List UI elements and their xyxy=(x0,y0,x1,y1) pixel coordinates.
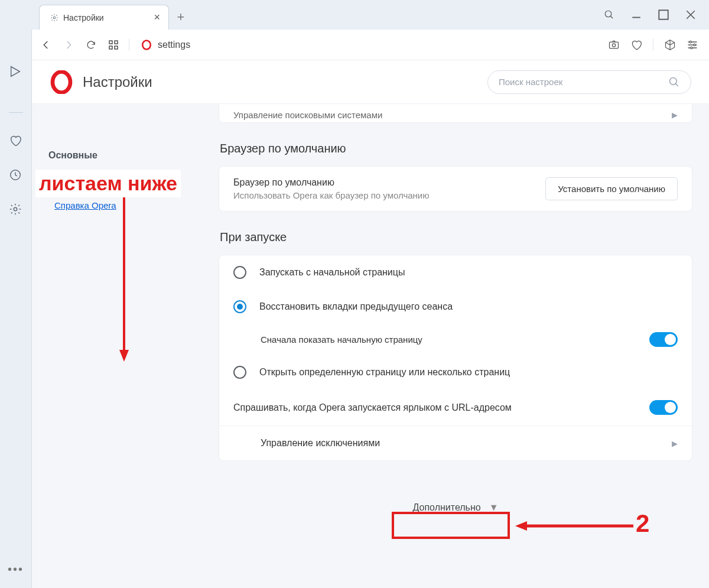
opt-label: Запускать с начальной страницы xyxy=(259,267,405,278)
window-minimize-icon[interactable] xyxy=(631,9,642,20)
radio-icon[interactable] xyxy=(233,266,246,279)
annotation-number-2: 2 xyxy=(636,509,649,538)
history-icon[interactable] xyxy=(9,168,23,181)
svg-marker-19 xyxy=(119,350,129,362)
more-icon[interactable]: ••• xyxy=(8,563,24,576)
startup-opt3[interactable]: Открыть определенную страницу или нескол… xyxy=(219,355,692,389)
nav-back-icon[interactable] xyxy=(39,38,53,52)
nav-forward-icon[interactable] xyxy=(61,38,76,52)
easy-setup-icon[interactable] xyxy=(687,39,698,51)
startup-opt1[interactable]: Запускать с начальной страницы xyxy=(219,255,692,290)
card-startup: Запускать с начальной страницы Восстанов… xyxy=(219,255,692,461)
manage-search-engines-row[interactable]: Управление поисковыми системами ▶ xyxy=(219,104,692,122)
address-bar: settings xyxy=(32,30,709,60)
radio-icon[interactable] xyxy=(233,366,246,379)
svg-rect-8 xyxy=(109,46,112,49)
sidebar-heading[interactable]: Основные xyxy=(32,121,208,170)
heart-icon[interactable] xyxy=(9,134,23,147)
startup-opt2-sub: Сначала показать начальную страницу xyxy=(219,324,692,355)
card-search-engines: Управление поисковыми системами ▶ xyxy=(219,104,692,123)
manage-exceptions-row[interactable]: Управление исключениями ▶ xyxy=(219,425,692,460)
svg-marker-21 xyxy=(515,521,527,531)
gear-icon xyxy=(50,14,58,22)
cube-icon[interactable] xyxy=(664,39,676,51)
global-search-icon[interactable] xyxy=(604,9,614,20)
row-label: Спрашивать, когда Opera запускается ярлы… xyxy=(233,402,512,413)
opera-logo-icon xyxy=(50,70,73,94)
svg-point-16 xyxy=(53,72,70,92)
tab-label: Настройки xyxy=(63,13,104,22)
speed-dial-icon[interactable] xyxy=(106,38,121,52)
tab-settings[interactable]: Настройки × xyxy=(39,5,169,30)
close-icon[interactable]: × xyxy=(154,11,160,24)
settings-gear-icon[interactable] xyxy=(9,203,23,216)
svg-point-17 xyxy=(670,77,677,85)
svg-rect-11 xyxy=(610,42,619,48)
snapshot-icon[interactable] xyxy=(608,39,620,51)
window-maximize-icon[interactable] xyxy=(658,9,669,20)
main-panel: Настройки Поиск настроек Основные Оценит… xyxy=(32,60,709,588)
chevron-right-icon: ▶ xyxy=(672,439,678,448)
svg-rect-9 xyxy=(115,46,118,49)
reload-icon[interactable] xyxy=(84,38,98,52)
section-default-browser-title: Браузер по умолчанию xyxy=(220,142,692,155)
default-browser-row: Браузер по умолчанию Использовать Opera … xyxy=(219,167,692,211)
opt-label: Восстановить вкладки предыдущего сеанса xyxy=(259,301,453,312)
annotation-arrow-down-icon xyxy=(119,197,129,363)
url-text: settings xyxy=(158,40,190,50)
window-close-icon[interactable] xyxy=(685,9,696,20)
annotation-highlight-box xyxy=(392,512,510,539)
ask-url-shortcut-row: Спрашивать, когда Opera запускается ярлы… xyxy=(219,389,692,425)
show-startpage-toggle[interactable] xyxy=(649,332,678,347)
svg-point-14 xyxy=(694,44,695,46)
ask-url-toggle[interactable] xyxy=(649,400,678,415)
svg-rect-7 xyxy=(115,41,118,44)
svg-point-2 xyxy=(14,207,17,211)
new-tab-button[interactable]: + xyxy=(169,5,193,30)
divider xyxy=(129,39,129,51)
radio-icon[interactable] xyxy=(233,300,246,313)
opera-urlbar-icon xyxy=(141,40,152,50)
section-startup-title: При запуске xyxy=(220,230,692,244)
set-default-button[interactable]: Установить по умолчанию xyxy=(545,177,678,200)
row-subtitle: Использовать Opera как браузер по умолча… xyxy=(233,190,429,200)
page-header: Настройки Поиск настроек xyxy=(32,60,709,104)
sub-label: Сначала показать начальную страницу xyxy=(261,334,422,345)
svg-rect-6 xyxy=(109,41,112,44)
chevron-right-icon: ▶ xyxy=(672,111,678,119)
row-label: Управление поисковыми системами xyxy=(233,110,382,120)
row-title: Браузер по умолчанию xyxy=(233,177,429,188)
url-input[interactable]: settings xyxy=(141,35,190,55)
startup-opt2[interactable]: Восстановить вкладки предыдущего сеанса xyxy=(219,290,692,324)
svg-point-3 xyxy=(53,17,56,19)
bookmark-icon[interactable] xyxy=(630,39,642,51)
play-icon[interactable] xyxy=(9,65,23,78)
svg-point-12 xyxy=(612,43,615,46)
svg-point-10 xyxy=(142,40,151,49)
svg-rect-5 xyxy=(659,10,668,19)
card-default-browser: Браузер по умолчанию Использовать Opera … xyxy=(219,166,692,212)
page-title: Настройки xyxy=(83,74,152,90)
svg-point-4 xyxy=(605,11,612,17)
row-label: Управление исключениями xyxy=(261,438,380,449)
left-rail: ••• xyxy=(0,0,32,588)
search-settings-input[interactable]: Поиск настроек xyxy=(487,70,691,94)
title-bar: Настройки × + xyxy=(0,0,709,30)
search-placeholder: Поиск настроек xyxy=(499,77,562,87)
annotation-arrow-left-icon xyxy=(515,520,633,532)
opt-label: Открыть определенную страницу или нескол… xyxy=(259,367,510,378)
annotation-scroll-label: листаем ниже xyxy=(35,170,181,197)
rail-divider xyxy=(9,112,23,113)
svg-point-15 xyxy=(691,47,692,48)
svg-point-13 xyxy=(690,41,691,43)
divider xyxy=(653,39,653,51)
